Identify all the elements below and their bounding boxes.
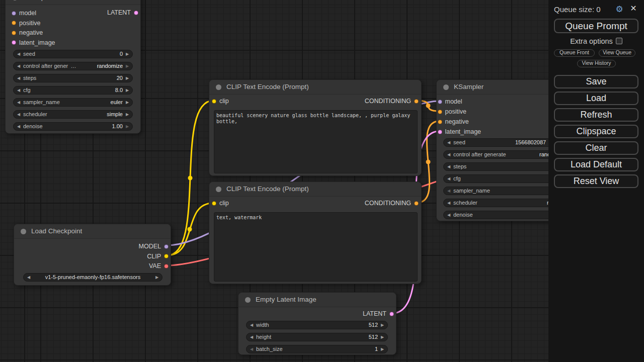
node-title-bar[interactable]: CLIP Text Encode (Prompt): [209, 80, 421, 95]
decrement-arrow-icon[interactable]: [445, 211, 452, 219]
collapse-dot-icon[interactable]: [216, 187, 221, 192]
widget-denoise[interactable]: denoise1.00: [13, 122, 133, 131]
prompt-textarea[interactable]: text, watermark: [214, 212, 418, 282]
prompt-textarea[interactable]: beautiful scenery nature glass bottle la…: [214, 110, 418, 173]
input-port-model[interactable]: [438, 100, 442, 104]
input-port-clip[interactable]: [212, 99, 216, 104]
widget-ckpt-name[interactable]: v1-5-pruned-emaonly-fp16.safetensors: [23, 273, 163, 282]
output-port-conditioning[interactable]: [414, 99, 419, 104]
decrement-arrow-icon[interactable]: [248, 321, 255, 329]
output-port-vae[interactable]: [164, 264, 169, 268]
output-port-clip[interactable]: [164, 254, 169, 258]
collapse-dot-icon[interactable]: [12, 0, 18, 1]
node-title-bar[interactable]: KSampler: [6, 0, 140, 5]
comfyui-canvas[interactable]: KSampler model positive negative latent_…: [0, 0, 644, 362]
widget-batch-size[interactable]: batch_size1: [246, 345, 388, 353]
input-port-latent-image[interactable]: [438, 130, 442, 134]
load-button[interactable]: Load: [554, 92, 638, 105]
increment-arrow-icon[interactable]: [124, 111, 131, 118]
decrement-arrow-icon[interactable]: [15, 86, 22, 94]
collapse-dot-icon[interactable]: [443, 84, 449, 90]
widget-height[interactable]: height512: [246, 333, 388, 341]
node-ksampler-partial[interactable]: KSampler model positive negative latent_…: [5, 0, 141, 134]
widget-label: seed: [23, 50, 35, 58]
increment-arrow-icon[interactable]: [379, 345, 386, 353]
decrement-arrow-icon[interactable]: [15, 62, 22, 70]
previous-arrow-icon[interactable]: [25, 274, 32, 281]
widget-scheduler[interactable]: schedulersimple: [13, 110, 133, 119]
widget-width[interactable]: width512: [246, 321, 388, 329]
widget-value: euler: [111, 99, 123, 106]
load-default-button[interactable]: Load Default: [554, 158, 638, 171]
increment-arrow-icon[interactable]: [124, 123, 131, 130]
increment-arrow-icon[interactable]: [379, 321, 386, 329]
refresh-button[interactable]: Refresh: [554, 108, 638, 122]
increment-arrow-icon[interactable]: [379, 333, 386, 341]
decrement-arrow-icon[interactable]: [445, 199, 452, 207]
input-port-model[interactable]: [12, 11, 16, 16]
node-empty-latent-image[interactable]: Empty Latent Image LATENT width512 heigh…: [238, 292, 396, 355]
input-port-positive[interactable]: [438, 110, 442, 114]
widget-control-after-generate[interactable]: control after gener …randomize: [13, 62, 133, 70]
extra-options-row: Extra options: [548, 37, 644, 45]
node-clip-text-encode-positive[interactable]: CLIP Text Encode (Prompt) clip CONDITION…: [209, 79, 422, 176]
collapse-dot-icon[interactable]: [245, 297, 251, 303]
input-port-positive[interactable]: [12, 21, 16, 25]
collapse-dot-icon[interactable]: [21, 229, 26, 234]
widget-seed[interactable]: seed0: [13, 50, 133, 58]
decrement-arrow-icon[interactable]: [248, 345, 255, 353]
increment-arrow-icon[interactable]: [124, 50, 131, 58]
increment-arrow-icon[interactable]: [124, 74, 131, 82]
view-queue-button[interactable]: View Queue: [599, 49, 635, 57]
widget-value: 20: [117, 74, 123, 82]
decrement-arrow-icon[interactable]: [15, 74, 22, 82]
reset-view-button[interactable]: Reset View: [554, 174, 638, 188]
node-title-bar[interactable]: CLIP Text Encode (Prompt): [209, 182, 421, 197]
decrement-arrow-icon[interactable]: [15, 123, 22, 130]
decrement-arrow-icon[interactable]: [15, 50, 22, 58]
save-button[interactable]: Save: [554, 75, 638, 88]
decrement-arrow-icon[interactable]: [445, 151, 452, 158]
view-history-button[interactable]: View History: [577, 60, 616, 67]
output-port-model[interactable]: [164, 244, 169, 249]
widget-label: seed: [453, 139, 465, 146]
decrement-arrow-icon[interactable]: [445, 163, 452, 170]
clipspace-button[interactable]: Clipspace: [554, 125, 638, 138]
increment-arrow-icon[interactable]: [124, 62, 131, 70]
port-label: LATENT: [107, 9, 131, 16]
widget-cfg[interactable]: cfg8.0: [13, 86, 133, 95]
node-clip-text-encode-negative[interactable]: CLIP Text Encode (Prompt) clip CONDITION…: [209, 182, 422, 284]
output-port-latent[interactable]: [134, 11, 138, 15]
increment-arrow-icon[interactable]: [124, 99, 131, 106]
decrement-arrow-icon[interactable]: [445, 139, 452, 146]
output-port-latent[interactable]: [389, 312, 394, 316]
node-title-bar[interactable]: Load Checkpoint: [14, 224, 171, 239]
widget-sampler-name[interactable]: sampler_nameeuler: [13, 98, 133, 107]
next-arrow-icon[interactable]: [153, 274, 160, 281]
decrement-arrow-icon[interactable]: [445, 175, 452, 183]
input-port-latent-image[interactable]: [12, 40, 16, 45]
node-title-bar[interactable]: Empty Latent Image: [238, 293, 396, 307]
decrement-arrow-icon[interactable]: [15, 111, 22, 118]
comfy-menu-panel: Queue size: 0 Queue Prompt Extra options…: [548, 0, 644, 362]
node-title: Empty Latent Image: [256, 296, 316, 303]
widget-steps[interactable]: steps20: [13, 74, 133, 82]
extra-options-checkbox[interactable]: [616, 38, 622, 44]
queue-front-button[interactable]: Queue Front: [554, 49, 595, 57]
clear-button[interactable]: Clear: [554, 141, 638, 155]
queue-prompt-button[interactable]: Queue Prompt: [554, 19, 638, 33]
input-port-clip[interactable]: [212, 201, 216, 206]
input-port-negative[interactable]: [12, 31, 16, 35]
settings-gear-icon[interactable]: [614, 5, 624, 15]
decrement-arrow-icon[interactable]: [445, 187, 452, 195]
collapse-dot-icon[interactable]: [216, 84, 221, 90]
node-title: KSampler: [23, 0, 52, 1]
decrement-arrow-icon[interactable]: [248, 333, 255, 341]
extra-options-label: Extra options: [570, 37, 613, 45]
decrement-arrow-icon[interactable]: [15, 99, 22, 106]
close-icon[interactable]: [629, 4, 638, 13]
output-port-conditioning[interactable]: [414, 201, 419, 206]
increment-arrow-icon[interactable]: [124, 86, 131, 94]
input-port-negative[interactable]: [438, 120, 442, 124]
node-load-checkpoint[interactable]: Load Checkpoint MODEL CLIP VAE v1-5-prun…: [14, 224, 171, 286]
